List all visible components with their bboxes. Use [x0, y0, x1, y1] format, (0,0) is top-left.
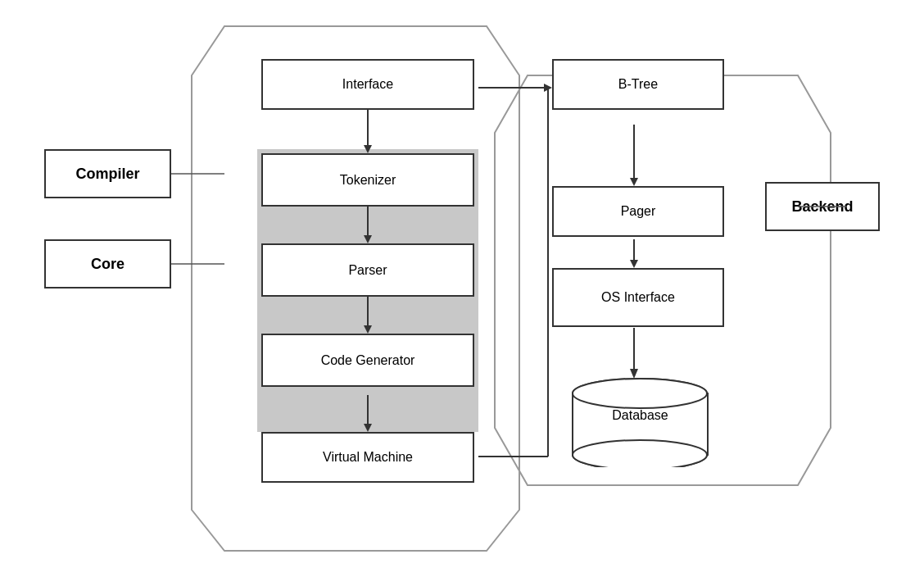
svg-point-27	[573, 379, 707, 408]
core-box: Core	[44, 239, 171, 288]
backend-box: Backend	[765, 182, 880, 231]
code-generator-box: Code Generator	[261, 334, 474, 387]
svg-marker-6	[364, 235, 372, 243]
pager-box: Pager	[552, 186, 724, 237]
svg-marker-8	[364, 325, 372, 334]
virtual-machine-box: Virtual Machine	[261, 432, 474, 483]
svg-marker-12	[544, 84, 552, 92]
svg-marker-14	[630, 178, 638, 186]
database-cylinder: Database	[568, 377, 712, 467]
compiler-box: Compiler	[44, 149, 171, 198]
svg-marker-10	[364, 424, 372, 432]
svg-marker-16	[630, 260, 638, 268]
svg-point-28	[573, 440, 707, 467]
diagram: Interface Tokenizer Parser Code Generato…	[28, 18, 896, 559]
svg-marker-4	[364, 145, 372, 153]
btree-box: B-Tree	[552, 59, 724, 110]
parser-box: Parser	[261, 243, 474, 297]
interface-box: Interface	[261, 59, 474, 110]
database-label: Database	[568, 408, 712, 423]
tokenizer-box: Tokenizer	[261, 153, 474, 207]
os-interface-box: OS Interface	[552, 268, 724, 327]
